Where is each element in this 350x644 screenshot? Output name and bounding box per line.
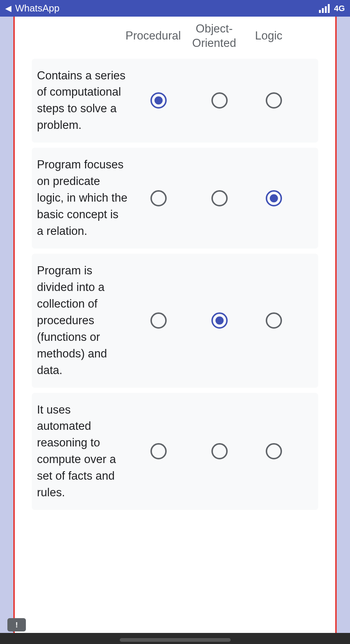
row-label: Contains a series of computational steps… <box>37 68 128 134</box>
row-label: Program focuses on predicate logic, in w… <box>37 157 128 240</box>
radio-button[interactable] <box>211 443 228 459</box>
radio-button[interactable] <box>150 312 167 329</box>
radio-cell <box>128 92 189 109</box>
radio-cell <box>250 190 298 206</box>
grid-row: Program is divided into a collection of … <box>32 254 318 388</box>
gesture-pill[interactable] <box>120 638 231 642</box>
radio-button[interactable] <box>266 443 282 459</box>
radio-cell <box>128 312 189 329</box>
radio-button[interactable] <box>211 312 228 329</box>
radio-cell <box>189 92 250 109</box>
status-bar: ◀ WhatsApp 4G <box>0 0 350 17</box>
column-header: Object-Oriented <box>184 22 245 51</box>
network-label: 4G <box>334 4 345 13</box>
radio-button[interactable] <box>266 312 282 329</box>
question-card: Procedural Object-Oriented Logic Contain… <box>13 17 337 633</box>
signal-icon <box>319 4 330 13</box>
status-back-to-app[interactable]: ◀ WhatsApp <box>5 3 60 14</box>
radio-button[interactable] <box>150 443 167 459</box>
radio-button[interactable] <box>266 190 282 206</box>
radio-button[interactable] <box>150 190 167 206</box>
radio-button[interactable] <box>150 92 167 109</box>
radio-button[interactable] <box>266 92 282 109</box>
page-body: Procedural Object-Oriented Logic Contain… <box>0 17 350 633</box>
row-label: It uses automated reasoning to compute o… <box>37 402 128 501</box>
radio-cell <box>189 443 250 459</box>
grid-header-row: Procedural Object-Oriented Logic <box>32 17 318 59</box>
radio-cell <box>250 312 298 329</box>
back-caret-icon: ◀ <box>5 4 11 13</box>
radio-cell <box>250 443 298 459</box>
grid-rows: Contains a series of computational steps… <box>32 59 318 510</box>
radio-cell <box>128 443 189 459</box>
grid-row: It uses automated reasoning to compute o… <box>32 393 318 510</box>
radio-cell <box>128 190 189 206</box>
feedback-button[interactable]: ! <box>7 618 26 631</box>
grid-row: Program focuses on predicate logic, in w… <box>32 148 318 249</box>
system-nav-bar <box>0 633 350 644</box>
back-app-name: WhatsApp <box>15 3 60 14</box>
radio-cell <box>250 92 298 109</box>
radio-button[interactable] <box>211 92 228 109</box>
column-header: Procedural <box>123 29 184 43</box>
radio-cell <box>189 190 250 206</box>
row-label: Program is divided into a collection of … <box>37 263 128 379</box>
column-header: Logic <box>245 29 293 43</box>
status-right: 4G <box>319 4 345 13</box>
radio-button[interactable] <box>211 190 228 206</box>
exclamation-icon: ! <box>16 621 18 629</box>
radio-cell <box>189 312 250 329</box>
grid-row: Contains a series of computational steps… <box>32 59 318 143</box>
